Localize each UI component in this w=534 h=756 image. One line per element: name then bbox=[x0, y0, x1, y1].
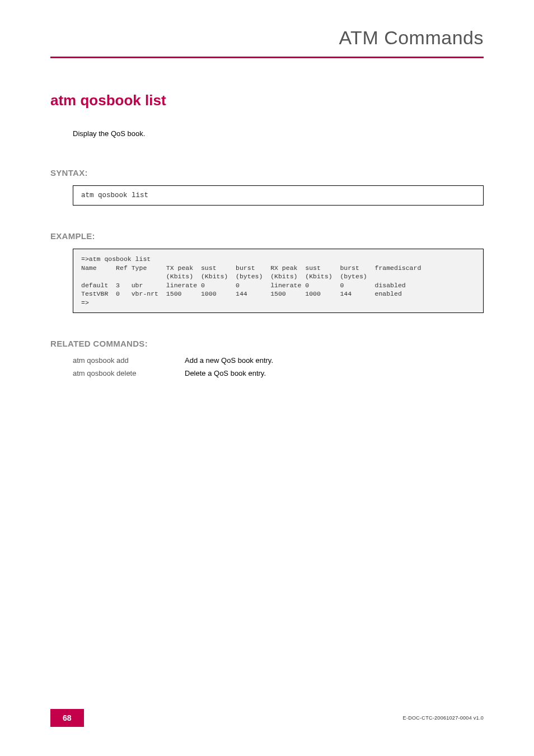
related-command-name: atm qosbook add bbox=[73, 356, 185, 365]
related-commands-table: atm qosbook add Add a new QoS book entry… bbox=[73, 356, 484, 377]
example-code: =>atm qosbook list Name Ref Type TX peak… bbox=[73, 249, 484, 313]
page-content: atm qosbook list Display the QoS book. S… bbox=[0, 58, 534, 377]
syntax-label: SYNTAX: bbox=[50, 168, 484, 178]
example-label: EXAMPLE: bbox=[50, 231, 484, 241]
command-title: atm qosbook list bbox=[50, 92, 484, 109]
page-header: ATM Commands bbox=[0, 0, 534, 49]
page: ATM Commands atm qosbook list Display th… bbox=[0, 0, 534, 756]
document-id: E-DOC-CTC-20061027-0004 v1.0 bbox=[403, 715, 484, 721]
related-row: atm qosbook add Add a new QoS book entry… bbox=[73, 356, 484, 365]
page-number: 68 bbox=[50, 709, 84, 727]
command-description: Display the QoS book. bbox=[73, 129, 484, 138]
syntax-code: atm qosbook list bbox=[73, 185, 484, 206]
related-command-desc: Add a new QoS book entry. bbox=[185, 356, 273, 365]
related-command-desc: Delete a QoS book entry. bbox=[185, 369, 266, 377]
page-footer: 68 E-DOC-CTC-20061027-0004 v1.0 bbox=[0, 709, 534, 727]
related-row: atm qosbook delete Delete a QoS book ent… bbox=[73, 369, 484, 377]
related-command-name: atm qosbook delete bbox=[73, 369, 185, 377]
chapter-title: ATM Commands bbox=[50, 27, 484, 49]
related-commands-label: RELATED COMMANDS: bbox=[50, 339, 484, 348]
